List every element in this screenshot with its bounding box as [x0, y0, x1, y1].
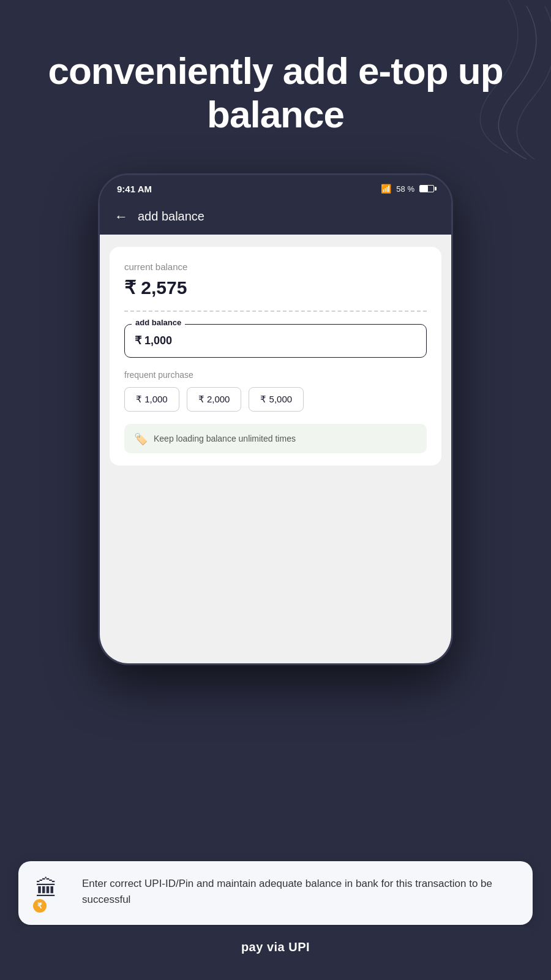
amount-btn-5000[interactable]: ₹ 5,000 — [249, 387, 304, 412]
current-balance-amount: ₹ 2,575 — [124, 277, 427, 298]
status-bar: 9:41 AM 📶 58 % — [100, 175, 451, 200]
page-header: conveniently add e-top up balance — [0, 0, 551, 161]
wifi-icon: 📶 — [381, 184, 391, 194]
balance-card: current balance ₹ 2,575 add balance freq… — [110, 247, 441, 466]
notification-text: Enter correct UPI-ID/Pin and maintain ad… — [82, 876, 515, 907]
amount-btn-1000[interactable]: ₹ 1,000 — [124, 387, 179, 412]
status-time: 9:41 AM — [117, 184, 152, 194]
bookmark-icon: 🏷️ — [134, 432, 146, 445]
bank-icon: 🏛 — [36, 876, 58, 901]
info-banner-text: Keep loading balance unlimited times — [154, 434, 296, 443]
add-balance-wrapper: add balance — [124, 324, 427, 358]
phone-mockup: 9:41 AM 📶 58 % ← add balance current ba — [98, 173, 453, 665]
status-icons: 📶 58 % — [381, 184, 434, 194]
current-balance-label: current balance — [124, 262, 427, 272]
bank-icon-wrapper: 🏛 ₹ — [36, 876, 70, 910]
frequent-purchase-label: frequent purchase — [124, 370, 427, 380]
navbar-title: add balance — [138, 209, 204, 224]
phone-content: current balance ₹ 2,575 add balance freq… — [100, 235, 451, 663]
header-title: conveniently add e-top up balance — [37, 49, 514, 137]
dashed-divider — [124, 311, 427, 312]
battery-percent: 58 % — [396, 184, 414, 194]
coin-badge: ₹ — [33, 899, 47, 913]
amount-buttons: ₹ 1,000 ₹ 2,000 ₹ 5,000 — [124, 387, 427, 412]
bottom-notification: 🏛 ₹ Enter correct UPI-ID/Pin and maintai… — [18, 861, 533, 925]
app-navbar: ← add balance — [100, 200, 451, 235]
balance-input[interactable] — [124, 324, 427, 358]
bottom-bar: pay via UPI — [0, 927, 551, 980]
battery-icon — [419, 185, 434, 192]
pay-button[interactable]: pay via UPI — [18, 927, 533, 968]
info-banner: 🏷️ Keep loading balance unlimited times — [124, 424, 427, 453]
back-button[interactable]: ← — [114, 209, 128, 225]
phone-wrapper: 9:41 AM 📶 58 % ← add balance current ba — [0, 173, 551, 665]
amount-btn-2000[interactable]: ₹ 2,000 — [187, 387, 242, 412]
input-label: add balance — [132, 318, 185, 327]
